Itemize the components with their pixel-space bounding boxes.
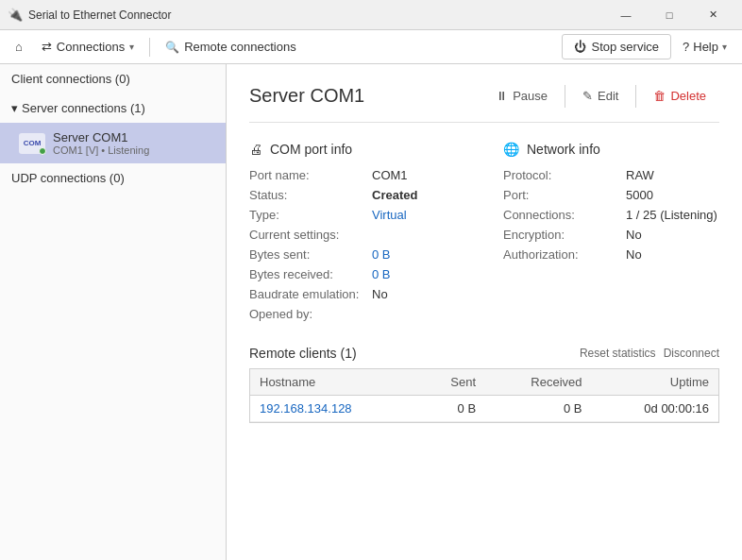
authorization-value: No [626, 247, 642, 262]
stop-service-button[interactable]: ⏻ Stop service [562, 34, 671, 59]
header-actions: ⏸ Pause ✎ Edit 🗑 Delete [482, 83, 719, 109]
col-uptime: Uptime [592, 369, 718, 396]
protocol-label: Protocol: [503, 168, 626, 182]
com-port-icon: COM [19, 133, 45, 154]
connections-menu[interactable]: ⇄ Connections ▾ [34, 36, 142, 58]
port-name-row: Port name: COM1 [249, 168, 465, 182]
client-connections-header[interactable]: Client connections (0) [0, 64, 226, 93]
pause-button[interactable]: ⏸ Pause [482, 83, 561, 109]
remote-clients-table: Hostname Sent Received Uptime 192.168.13… [250, 369, 718, 422]
remote-clients-actions: Reset statistics Disconnect [580, 347, 719, 360]
server-connections-label: Server connections (1) [22, 101, 145, 115]
encryption-label: Encryption: [503, 228, 626, 242]
bytes-received-row: Bytes received: 0 B [249, 267, 465, 281]
edit-button[interactable]: ✎ Edit [569, 83, 632, 109]
status-row: Status: Created [249, 188, 465, 202]
help-button[interactable]: ? Help ▾ [675, 35, 734, 59]
table-row: 192.168.134.128 0 B 0 B 0d 00:00:16 [250, 396, 718, 422]
connections-label: Connections: [503, 208, 626, 222]
home-button[interactable]: ⌂ [8, 36, 30, 58]
page-title: Server COM1 [249, 85, 364, 107]
bytes-sent-value: 0 B [372, 247, 391, 262]
content-area: Server COM1 ⏸ Pause ✎ Edit 🗑 Delete [227, 64, 742, 560]
udp-connections-header[interactable]: UDP connections (0) [0, 163, 226, 193]
current-settings-label: Current settings: [249, 228, 372, 242]
table-header: Hostname Sent Received Uptime [250, 369, 718, 396]
connections-value: 1 / 25 (Listening) [626, 208, 717, 222]
cell-hostname: 192.168.134.128 [250, 396, 418, 422]
encryption-value: No [626, 228, 642, 242]
opened-by-label: Opened by: [249, 307, 372, 321]
sidebar-item-text: Server COM1 COM1 [V] • Listening [53, 130, 149, 156]
help-icon: ? [683, 40, 689, 54]
btn-separator [565, 85, 565, 108]
table-body: 192.168.134.128 0 B 0 B 0d 00:00:16 [250, 396, 718, 422]
title-bar-text: Serial to Ethernet Connector [28, 8, 604, 22]
bytes-sent-row: Bytes sent: 0 B [249, 247, 465, 262]
current-settings-row: Current settings: [249, 228, 465, 242]
reset-statistics-button[interactable]: Reset statistics [580, 347, 656, 360]
delete-button[interactable]: 🗑 Delete [640, 83, 719, 109]
menu-separator [149, 38, 150, 57]
remote-clients-title: Remote clients (1) [249, 346, 357, 361]
delete-icon: 🗑 [653, 89, 666, 103]
status-label: Status: [249, 188, 372, 202]
remote-clients-section: Remote clients (1) Reset statistics Disc… [249, 346, 719, 423]
app-icon: 🔌 [8, 8, 23, 23]
type-value: Virtual [372, 208, 407, 222]
minimize-button[interactable]: — [604, 0, 648, 30]
com-port-info-title: 🖨 COM port info [249, 142, 465, 157]
connections-label: Connections [57, 40, 125, 54]
bytes-sent-label: Bytes sent: [249, 247, 372, 262]
port-name-value: COM1 [372, 168, 408, 182]
port-name-label: Port name: [249, 168, 372, 182]
globe-icon: 🌐 [503, 142, 519, 157]
pause-label: Pause [513, 89, 548, 103]
baudrate-row: Baudrate emulation: No [249, 287, 465, 301]
com-port-info-section: 🖨 COM port info Port name: COM1 Status: … [249, 142, 465, 327]
cell-received: 0 B [485, 396, 591, 422]
menu-right-actions: ⏻ Stop service ? Help ▾ [562, 34, 734, 59]
menu-bar: ⌂ ⇄ Connections ▾ 🔍 Remote connections ⏻… [0, 30, 742, 64]
port-row: Port: 5000 [503, 188, 719, 202]
network-info-title: 🌐 Network info [503, 142, 719, 157]
port-value: 5000 [626, 188, 653, 202]
baudrate-label: Baudrate emulation: [249, 287, 372, 301]
authorization-label: Authorization: [503, 247, 626, 262]
content-header: Server COM1 ⏸ Pause ✎ Edit 🗑 Delete [249, 83, 719, 123]
remote-connections-button[interactable]: 🔍 Remote connections [158, 36, 304, 58]
sidebar-item-name: Server COM1 [53, 130, 149, 144]
maximize-button[interactable]: □ [648, 0, 691, 30]
bytes-received-label: Bytes received: [249, 267, 372, 281]
encryption-row: Encryption: No [503, 228, 719, 242]
connections-row: Connections: 1 / 25 (Listening) [503, 208, 719, 222]
sidebar-item-server-com1[interactable]: COM Server COM1 COM1 [V] • Listening [0, 123, 226, 163]
delete-label: Delete [670, 89, 706, 103]
baudrate-value: No [372, 287, 388, 301]
protocol-value: RAW [626, 168, 654, 182]
server-connections-header[interactable]: ▾ Server connections (1) [0, 93, 226, 123]
search-icon: 🔍 [165, 41, 179, 54]
power-icon: ⏻ [574, 40, 586, 54]
col-received: Received [485, 369, 591, 396]
btn-separator-2 [635, 85, 636, 108]
client-connections-label: Client connections (0) [11, 72, 130, 86]
close-button[interactable]: ✕ [691, 0, 734, 30]
connections-icon: ⇄ [42, 40, 52, 54]
chevron-down-icon: ▾ [129, 42, 134, 52]
type-label: Type: [249, 208, 372, 222]
sidebar: Client connections (0) ▾ Server connecti… [0, 64, 227, 560]
table-header-row: Hostname Sent Received Uptime [250, 369, 718, 396]
type-row: Type: Virtual [249, 208, 465, 222]
port-label: Port: [503, 188, 626, 202]
disconnect-button[interactable]: Disconnect [664, 347, 719, 360]
title-bar: 🔌 Serial to Ethernet Connector — □ ✕ [0, 0, 742, 30]
sidebar-item-sub: COM1 [V] • Listening [53, 144, 149, 156]
protocol-row: Protocol: RAW [503, 168, 719, 182]
opened-by-row: Opened by: [249, 307, 465, 321]
cell-uptime: 0d 00:00:16 [592, 396, 718, 422]
network-info-section: 🌐 Network info Protocol: RAW Port: 5000 … [503, 142, 719, 327]
main-layout: Client connections (0) ▾ Server connecti… [0, 64, 742, 560]
home-icon: ⌂ [15, 40, 23, 54]
title-bar-controls: — □ ✕ [604, 0, 734, 30]
